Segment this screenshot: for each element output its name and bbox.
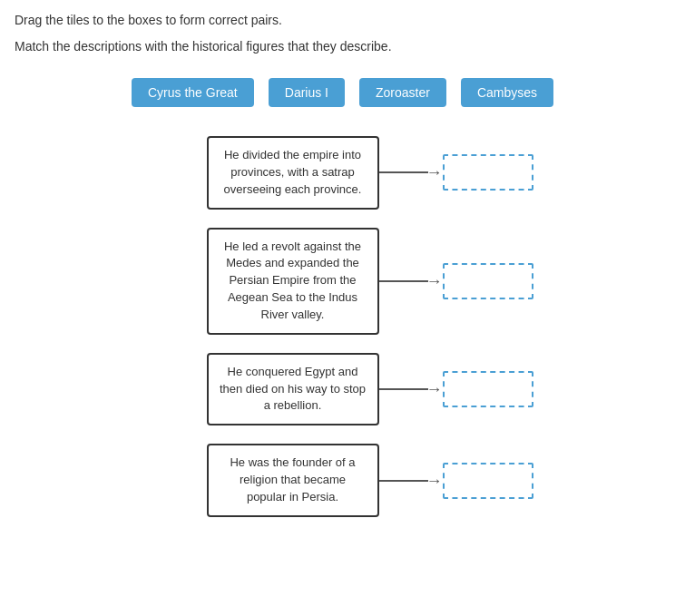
tile-zoroaster[interactable]: Zoroaster	[359, 78, 446, 107]
instructions-block: Drag the tiles to the boxes to form corr…	[15, 11, 670, 56]
tile-darius[interactable]: Darius I	[269, 78, 345, 107]
drop-box-3[interactable]	[443, 371, 533, 407]
pair-row-1: He divided the empire into provinces, wi…	[207, 136, 533, 210]
description-box-4: He was the founder of a religion that be…	[207, 444, 379, 517]
tile-cambyses[interactable]: Cambyses	[461, 78, 553, 107]
drop-box-1[interactable]	[443, 154, 533, 191]
instruction-line1: Drag the tiles to the boxes to form corr…	[15, 11, 670, 30]
instruction-line2: Match the descriptions with the historic…	[15, 37, 670, 56]
pair-row-2: He led a revolt against the Medes and ex…	[207, 228, 533, 335]
pair-row-3: He conquered Egypt and then died on his …	[207, 353, 533, 426]
arrow-head-2: →	[426, 273, 443, 289]
tile-cyrus[interactable]: Cyrus the Great	[132, 78, 254, 107]
arrow-head-1: →	[426, 164, 443, 181]
description-box-2: He led a revolt against the Medes and ex…	[207, 228, 379, 335]
arrow-head-3: →	[426, 381, 443, 397]
drop-box-4[interactable]	[443, 463, 533, 499]
drop-box-2[interactable]	[443, 263, 533, 299]
arrow-2: →	[379, 273, 443, 289]
pairs-area: He divided the empire into provinces, wi…	[69, 136, 670, 517]
pair-row-4: He was the founder of a religion that be…	[207, 444, 533, 517]
description-box-3: He conquered Egypt and then died on his …	[207, 353, 379, 426]
arrow-head-4: →	[426, 473, 443, 489]
description-box-1: He divided the empire into provinces, wi…	[207, 136, 379, 210]
arrow-4: →	[379, 473, 443, 489]
tiles-row: Cyrus the Great Darius I Zoroaster Camby…	[15, 78, 670, 107]
arrow-3: →	[379, 381, 443, 397]
arrow-1: →	[379, 164, 443, 181]
